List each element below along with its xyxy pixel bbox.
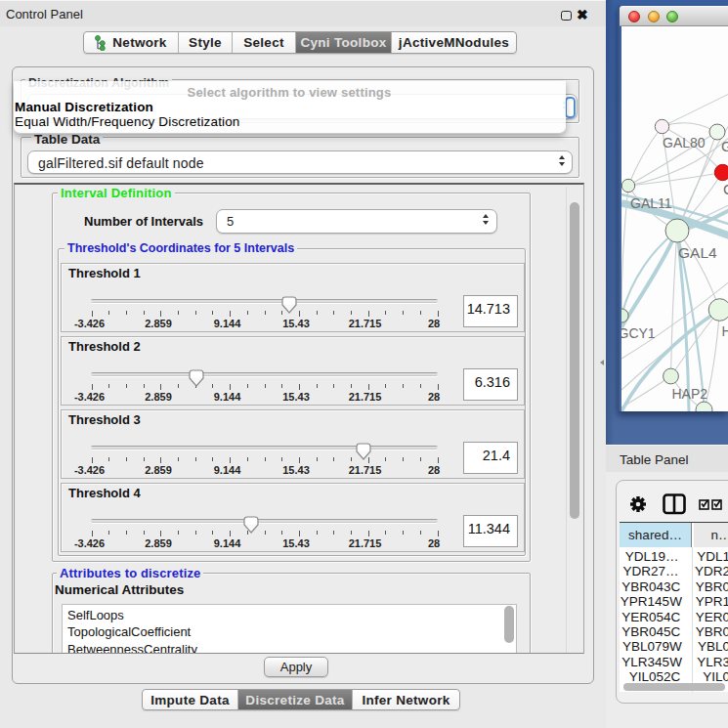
svg-text:GAL4: GAL4 xyxy=(678,244,717,261)
svg-text:H: H xyxy=(721,323,728,339)
svg-text:G: G xyxy=(721,138,728,154)
svg-text:GAL11: GAL11 xyxy=(630,195,672,211)
svg-text:C: C xyxy=(723,181,728,197)
svg-text:GCY1: GCY1 xyxy=(621,325,656,341)
svg-text:GAL80: GAL80 xyxy=(663,135,706,150)
svg-text:HAP2: HAP2 xyxy=(671,386,707,402)
